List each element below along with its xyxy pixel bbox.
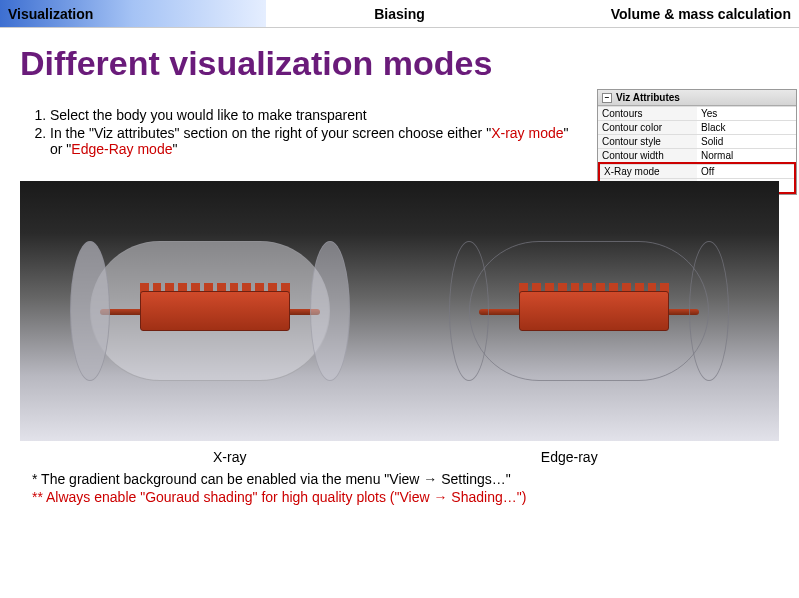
viz-attr-key: Contour style (598, 135, 697, 148)
instr2-xray: X-ray mode (491, 125, 563, 141)
inner-block (140, 291, 290, 331)
fn1-post: Settings…" (437, 471, 510, 487)
viz-attributes-panel: − Viz Attributes Contours Yes Contour co… (597, 89, 797, 195)
fn2-mid: " for high quality plots (253, 489, 386, 505)
caption-xray: X-ray (70, 449, 390, 465)
inner-block (519, 291, 669, 331)
viz-attr-key: X-Ray mode (600, 165, 697, 178)
content-area: Different visualization modes Select the… (0, 28, 799, 515)
instr2-edge: Edge-Ray mode (71, 141, 172, 157)
cylinder-endcap-left (449, 241, 489, 381)
cylinder-endcap-left (70, 241, 110, 381)
viz-attr-row[interactable]: Contour width Normal (598, 148, 796, 162)
fn2-paren-pre: ("View (386, 489, 434, 505)
instruction-2: In the "Viz attributes" section on the r… (50, 125, 580, 157)
viz-attr-row-xray[interactable]: X-Ray mode Off (600, 164, 794, 178)
arrow-icon: → (423, 471, 437, 487)
viz-attr-key: Contours (598, 107, 697, 120)
edgeray-render (429, 221, 749, 401)
page-title: Different visualization modes (20, 44, 779, 83)
footnote-1: * The gradient background can be enabled… (32, 471, 767, 487)
captions-row: X-ray Edge-ray (20, 441, 779, 469)
viz-attr-header-label: Viz Attributes (616, 92, 680, 103)
viz-attr-row[interactable]: Contour style Solid (598, 134, 796, 148)
cylinder-endcap-right (689, 241, 729, 381)
fn2-em: Gouraud shading (145, 489, 252, 505)
tab-biasing[interactable]: Biasing (266, 0, 532, 27)
footnotes: * The gradient background can be enabled… (20, 471, 779, 505)
caption-edgeray: Edge-ray (409, 449, 729, 465)
instr2-post: " (172, 141, 177, 157)
instructions-wrap: Select the body you would like to make t… (20, 107, 779, 157)
render-area (20, 181, 779, 441)
viz-attr-row[interactable]: Contour color Black (598, 120, 796, 134)
collapse-icon[interactable]: − (602, 93, 612, 103)
tab-volume-mass[interactable]: Volume & mass calculation (533, 0, 799, 27)
fn2-pre: ** Always enable " (32, 489, 145, 505)
viz-attr-key: Contour color (598, 121, 697, 134)
arrow-icon: → (433, 489, 447, 505)
fn1-pre: * The gradient background can be enabled… (32, 471, 423, 487)
viz-attributes-header[interactable]: − Viz Attributes (598, 90, 796, 106)
viz-attr-val: Black (697, 121, 796, 134)
xray-render (50, 221, 370, 401)
viz-attr-key: Contour width (598, 149, 697, 162)
viz-attr-val: Normal (697, 149, 796, 162)
viz-attr-val: Yes (697, 107, 796, 120)
viz-attr-val: Solid (697, 135, 796, 148)
instr2-pre: In the "Viz attributes" section on the r… (50, 125, 491, 141)
tab-bar: Visualization Biasing Volume & mass calc… (0, 0, 799, 28)
viz-attr-val: Off (697, 165, 794, 178)
cylinder-endcap-right (310, 241, 350, 381)
instruction-1: Select the body you would like to make t… (50, 107, 580, 123)
tab-visualization[interactable]: Visualization (0, 0, 266, 27)
instructions-list: Select the body you would like to make t… (20, 107, 580, 157)
viz-attr-row[interactable]: Contours Yes (598, 106, 796, 120)
footnote-2: ** Always enable "Gouraud shading" for h… (32, 489, 767, 505)
fn2-paren-post: Shading…") (447, 489, 526, 505)
